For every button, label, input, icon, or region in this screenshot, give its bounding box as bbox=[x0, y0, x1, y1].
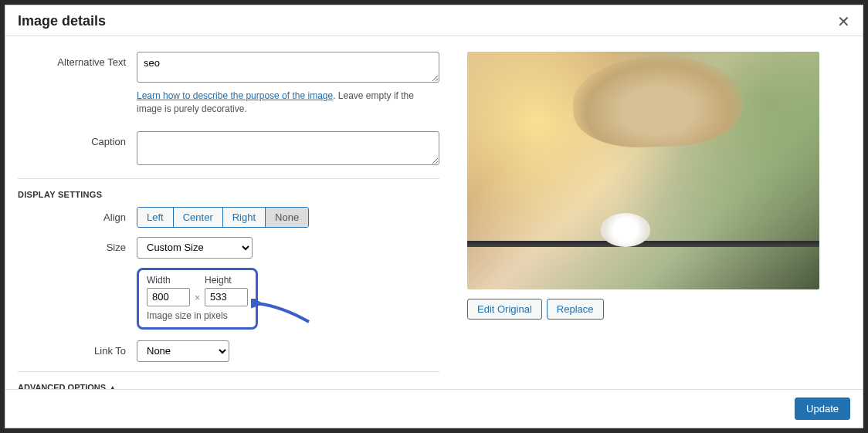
align-label: Align bbox=[18, 211, 137, 223]
settings-column: Alternative Text Learn how to describe t… bbox=[18, 36, 458, 389]
alt-text-control: Learn how to describe the purpose of the… bbox=[137, 52, 439, 127]
chevron-up-icon: ▴ bbox=[110, 383, 115, 389]
alt-text-row: Alternative Text Learn how to describe t… bbox=[18, 52, 439, 127]
alt-text-input[interactable] bbox=[137, 52, 439, 83]
advanced-options-label: ADVANCED OPTIONS bbox=[18, 383, 106, 389]
size-caption: Image size in pixels bbox=[147, 310, 248, 321]
close-icon[interactable]: ✕ bbox=[837, 14, 850, 29]
preview-column: Edit Original Replace bbox=[458, 36, 858, 389]
display-settings-heading: DISPLAY SETTINGS bbox=[18, 178, 439, 207]
modal-footer: Update bbox=[5, 389, 863, 428]
width-field: Width bbox=[147, 275, 190, 306]
caption-input[interactable] bbox=[137, 131, 439, 165]
size-row: Size Custom Size bbox=[18, 237, 439, 259]
align-none-button[interactable]: None bbox=[266, 208, 308, 227]
align-button-group: Left Center Right None bbox=[137, 207, 309, 228]
custom-size-box: Width × Height Image size in pixels bbox=[137, 268, 258, 330]
caption-row: Caption bbox=[18, 131, 439, 167]
size-label: Size bbox=[18, 242, 137, 253]
width-input[interactable] bbox=[147, 288, 190, 306]
height-label: Height bbox=[205, 275, 248, 286]
multiply-icon: × bbox=[195, 293, 200, 306]
link-to-select[interactable]: None bbox=[137, 340, 229, 362]
preview-actions: Edit Original Replace bbox=[467, 299, 858, 320]
align-row: Align Left Center Right None bbox=[18, 207, 439, 228]
link-to-label: Link To bbox=[18, 345, 137, 357]
height-field: Height bbox=[205, 275, 248, 306]
replace-button[interactable]: Replace bbox=[547, 299, 604, 320]
caption-label: Caption bbox=[18, 131, 137, 147]
align-center-button[interactable]: Center bbox=[174, 208, 223, 227]
modal-body: Alternative Text Learn how to describe t… bbox=[5, 36, 863, 389]
alt-text-help-link[interactable]: Learn how to describe the purpose of the… bbox=[137, 90, 333, 101]
display-settings: Align Left Center Right None Size Custom… bbox=[18, 207, 439, 362]
image-details-modal: Image details ✕ Alternative Text Learn h… bbox=[5, 5, 863, 428]
size-select[interactable]: Custom Size bbox=[137, 237, 253, 259]
height-input[interactable] bbox=[205, 288, 248, 306]
align-left-button[interactable]: Left bbox=[137, 208, 174, 227]
alt-text-label: Alternative Text bbox=[18, 52, 137, 68]
width-label: Width bbox=[147, 275, 190, 286]
align-right-button[interactable]: Right bbox=[223, 208, 266, 227]
alt-text-help: Learn how to describe the purpose of the… bbox=[137, 90, 439, 116]
link-to-row: Link To None bbox=[18, 340, 439, 362]
advanced-options-toggle[interactable]: ADVANCED OPTIONS ▴ bbox=[18, 371, 439, 389]
modal-title: Image details bbox=[18, 13, 106, 29]
update-button[interactable]: Update bbox=[795, 397, 850, 420]
image-preview bbox=[467, 52, 819, 289]
edit-original-button[interactable]: Edit Original bbox=[467, 299, 542, 320]
modal-header: Image details ✕ bbox=[5, 5, 863, 36]
